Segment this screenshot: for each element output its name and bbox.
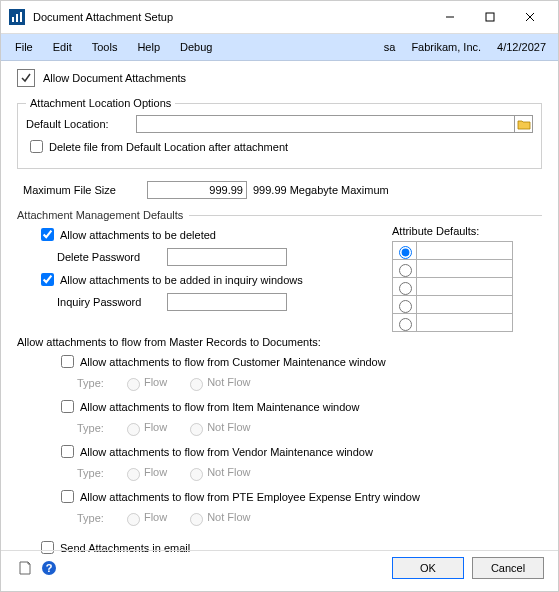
svg-text:?: ? [46, 562, 53, 574]
footer: ? OK Cancel [1, 550, 558, 583]
menu-edit[interactable]: Edit [43, 37, 82, 57]
management-section-header: Attachment Management Defaults [17, 209, 542, 221]
attr-row [393, 296, 513, 314]
attr-radio-0[interactable] [399, 246, 412, 259]
allow-delete-label: Allow attachments to be deleted [60, 229, 216, 241]
svg-rect-0 [12, 17, 14, 22]
delete-after-label: Delete file from Default Location after … [49, 141, 288, 153]
attr-row [393, 260, 513, 278]
flow-radio-1 [127, 423, 140, 436]
location-legend: Attachment Location Options [26, 97, 175, 109]
allow-doc-attachments-label: Allow Document Attachments [43, 72, 186, 84]
attr-radio-2[interactable] [399, 282, 412, 295]
attr-radio-1[interactable] [399, 264, 412, 277]
attr-row [393, 314, 513, 332]
default-location-input[interactable] [136, 115, 515, 133]
type-label-3: Type: [77, 512, 104, 524]
svg-rect-1 [16, 14, 18, 22]
date-label: 4/12/2027 [489, 41, 554, 53]
menu-tools[interactable]: Tools [82, 37, 128, 57]
not-flow-radio-2 [190, 468, 203, 481]
flow-master-label: Allow attachments to flow from Master Re… [17, 336, 321, 348]
delete-password-label: Delete Password [57, 251, 167, 263]
inquiry-password-label: Inquiry Password [57, 296, 167, 308]
default-location-label: Default Location: [26, 118, 136, 130]
window-title: Document Attachment Setup [33, 11, 430, 23]
flow-item-label: Allow attachments to flow from Item Main… [80, 401, 359, 413]
type-label-1: Type: [77, 422, 104, 434]
max-file-size-suffix: 999.99 Megabyte Maximum [253, 184, 389, 196]
flow-vendor-label: Allow attachments to flow from Vendor Ma… [80, 446, 373, 458]
flow-item-checkbox[interactable] [61, 400, 74, 413]
cancel-button[interactable]: Cancel [472, 557, 544, 579]
max-file-size-input[interactable] [147, 181, 247, 199]
attribute-defaults-table [392, 241, 513, 332]
attr-cell-0[interactable] [417, 242, 513, 260]
not-flow-radio-0 [190, 378, 203, 391]
help-icon[interactable]: ? [39, 558, 59, 578]
attr-cell-2[interactable] [417, 278, 513, 296]
maximize-button[interactable] [470, 3, 510, 31]
allow-inquiry-label: Allow attachments to be added in inquiry… [60, 274, 303, 286]
app-icon [9, 9, 25, 25]
document-attachment-setup-window: Document Attachment Setup File Edit Tool… [0, 0, 559, 592]
flow-radio-3 [127, 513, 140, 526]
browse-folder-icon[interactable] [515, 115, 533, 133]
svg-rect-2 [20, 12, 22, 22]
flow-pte-checkbox[interactable] [61, 490, 74, 503]
attr-row [393, 242, 513, 260]
flow-radio-2 [127, 468, 140, 481]
flow-pte-label: Allow attachments to flow from PTE Emplo… [80, 491, 420, 503]
type-label-2: Type: [77, 467, 104, 479]
flow-radio-0 [127, 378, 140, 391]
note-icon[interactable] [15, 558, 35, 578]
delete-after-checkbox[interactable] [30, 140, 43, 153]
flow-vendor-checkbox[interactable] [61, 445, 74, 458]
attribute-defaults-title: Attribute Defaults: [392, 225, 542, 237]
attachment-toggle-icon[interactable] [17, 69, 35, 87]
menu-debug[interactable]: Debug [170, 37, 222, 57]
menu-file[interactable]: File [5, 37, 43, 57]
company-label: Fabrikam, Inc. [403, 41, 489, 53]
attr-row [393, 278, 513, 296]
type-label-0: Type: [77, 377, 104, 389]
attr-cell-3[interactable] [417, 296, 513, 314]
attr-radio-4[interactable] [399, 318, 412, 331]
menu-help[interactable]: Help [127, 37, 170, 57]
not-flow-radio-1 [190, 423, 203, 436]
svg-rect-4 [486, 13, 494, 21]
allow-inquiry-checkbox[interactable] [41, 273, 54, 286]
allow-delete-checkbox[interactable] [41, 228, 54, 241]
inquiry-password-input[interactable] [167, 293, 287, 311]
titlebar: Document Attachment Setup [1, 1, 558, 33]
attr-cell-4[interactable] [417, 314, 513, 332]
attr-cell-1[interactable] [417, 260, 513, 278]
max-file-size-label: Maximum File Size [17, 184, 147, 196]
menubar: File Edit Tools Help Debug sa Fabrikam, … [1, 33, 558, 61]
minimize-button[interactable] [430, 3, 470, 31]
location-fieldset: Attachment Location Options Default Loca… [17, 97, 542, 169]
delete-password-input[interactable] [167, 248, 287, 266]
flow-customer-checkbox[interactable] [61, 355, 74, 368]
close-button[interactable] [510, 3, 550, 31]
flow-customer-label: Allow attachments to flow from Customer … [80, 356, 386, 368]
not-flow-radio-3 [190, 513, 203, 526]
user-label: sa [376, 41, 404, 53]
attr-radio-3[interactable] [399, 300, 412, 313]
ok-button[interactable]: OK [392, 557, 464, 579]
